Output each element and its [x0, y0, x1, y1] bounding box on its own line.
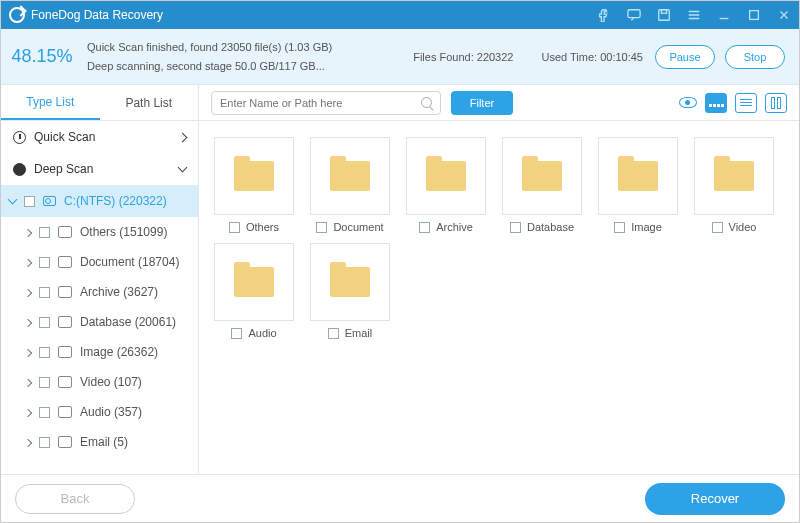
app-logo: FoneDog Data Recovery — [9, 7, 163, 23]
tile-checkbox[interactable] — [316, 222, 327, 233]
sidebar-item-doc[interactable]: Document (18704) — [1, 247, 198, 277]
status-bar: 48.15% Quick Scan finished, found 23050 … — [1, 29, 799, 85]
checkbox[interactable] — [39, 317, 50, 328]
status-line2: Deep scanning, second stage 50.0 GB/117 … — [87, 57, 332, 76]
svg-rect-1 — [659, 10, 670, 21]
chevron-right-icon — [25, 255, 31, 269]
video-icon — [58, 376, 72, 388]
tile-image[interactable]: Image — [593, 137, 683, 233]
tile-thumb — [502, 137, 582, 215]
main-area: Filter OthersDocumentArchiveDatabaseImag… — [199, 85, 799, 474]
tile-checkbox[interactable] — [419, 222, 430, 233]
sidebar-item-archive[interactable]: Archive (3627) — [1, 277, 198, 307]
recover-button[interactable]: Recover — [645, 483, 785, 515]
tile-checkbox[interactable] — [328, 328, 339, 339]
sidebar-item-db[interactable]: Database (20061) — [1, 307, 198, 337]
close-icon[interactable] — [777, 8, 791, 22]
tile-document[interactable]: Document — [305, 137, 395, 233]
deep-scan-section[interactable]: Deep Scan — [1, 153, 198, 185]
svg-rect-3 — [750, 11, 759, 20]
folder-icon — [714, 161, 754, 191]
folder-icon — [58, 226, 72, 238]
chevron-right-icon — [25, 225, 31, 239]
drive-label: C:(NTFS) (220322) — [64, 194, 167, 208]
tile-others[interactable]: Others — [209, 137, 299, 233]
sidebar-item-label: Others (151099) — [80, 225, 167, 239]
view-list-button[interactable] — [735, 93, 757, 113]
tile-checkbox[interactable] — [231, 328, 242, 339]
sidebar-item-folder[interactable]: Others (151099) — [1, 217, 198, 247]
tile-label: Video — [729, 221, 757, 233]
checkbox[interactable] — [39, 257, 50, 268]
tile-archive[interactable]: Archive — [401, 137, 491, 233]
tile-label: Archive — [436, 221, 473, 233]
stop-button[interactable]: Stop — [725, 45, 785, 69]
folder-icon — [234, 267, 274, 297]
sidebar-item-video[interactable]: Video (107) — [1, 367, 198, 397]
sidebar-item-label: Database (20061) — [80, 315, 176, 329]
tile-audio[interactable]: Audio — [209, 243, 299, 339]
chevron-right-icon — [179, 130, 186, 144]
tab-type-list[interactable]: Type List — [1, 85, 100, 120]
minimize-icon[interactable] — [717, 8, 731, 22]
tile-checkbox[interactable] — [510, 222, 521, 233]
disk-icon — [43, 196, 56, 206]
sidebar: Type List Path List Quick Scan Deep Scan… — [1, 85, 199, 474]
facebook-icon[interactable] — [597, 8, 611, 22]
filter-button[interactable]: Filter — [451, 91, 513, 115]
chevron-right-icon — [25, 375, 31, 389]
checkbox[interactable] — [39, 227, 50, 238]
feedback-icon[interactable] — [627, 8, 641, 22]
chevron-down-icon — [9, 194, 16, 208]
checkbox[interactable] — [39, 377, 50, 388]
title-bar: FoneDog Data Recovery — [1, 1, 799, 29]
save-icon[interactable] — [657, 8, 671, 22]
drive-checkbox[interactable] — [24, 196, 35, 207]
tile-video[interactable]: Video — [689, 137, 779, 233]
db-icon — [58, 316, 72, 328]
tab-path-list[interactable]: Path List — [100, 85, 199, 120]
checkbox[interactable] — [39, 437, 50, 448]
sidebar-item-label: Audio (357) — [80, 405, 142, 419]
tile-checkbox[interactable] — [614, 222, 625, 233]
sidebar-item-label: Email (5) — [80, 435, 128, 449]
checkbox[interactable] — [39, 347, 50, 358]
tile-thumb — [310, 243, 390, 321]
tile-checkbox[interactable] — [712, 222, 723, 233]
tile-label: Database — [527, 221, 574, 233]
tile-checkbox[interactable] — [229, 222, 240, 233]
archive-icon — [58, 286, 72, 298]
tile-thumb — [598, 137, 678, 215]
drive-node[interactable]: C:(NTFS) (220322) — [1, 185, 198, 217]
audio-icon — [58, 406, 72, 418]
sidebar-item-image[interactable]: Image (26362) — [1, 337, 198, 367]
search-input[interactable] — [220, 97, 421, 109]
view-split-button[interactable] — [765, 93, 787, 113]
back-button[interactable]: Back — [15, 484, 135, 514]
image-icon — [58, 346, 72, 358]
sidebar-item-email[interactable]: Email (5) — [1, 427, 198, 457]
footer: Back Recover — [1, 474, 799, 522]
sidebar-item-label: Video (107) — [80, 375, 142, 389]
svg-rect-2 — [661, 10, 666, 14]
tile-database[interactable]: Database — [497, 137, 587, 233]
quick-scan-section[interactable]: Quick Scan — [1, 121, 198, 153]
tile-label: Others — [246, 221, 279, 233]
checkbox[interactable] — [39, 407, 50, 418]
view-grid-button[interactable] — [705, 93, 727, 113]
maximize-icon[interactable] — [747, 8, 761, 22]
logo-icon — [9, 7, 25, 23]
used-time: Used Time: 00:10:45 — [541, 51, 643, 63]
svg-rect-0 — [628, 10, 640, 18]
sidebar-item-audio[interactable]: Audio (357) — [1, 397, 198, 427]
preview-icon[interactable] — [679, 97, 697, 108]
menu-icon[interactable] — [687, 8, 701, 22]
tile-label: Audio — [248, 327, 276, 339]
folder-icon — [330, 267, 370, 297]
pause-button[interactable]: Pause — [655, 45, 715, 69]
checkbox[interactable] — [39, 287, 50, 298]
search-box[interactable] — [211, 91, 441, 115]
app-title: FoneDog Data Recovery — [31, 8, 163, 22]
tile-email[interactable]: Email — [305, 243, 395, 339]
folder-icon — [330, 161, 370, 191]
